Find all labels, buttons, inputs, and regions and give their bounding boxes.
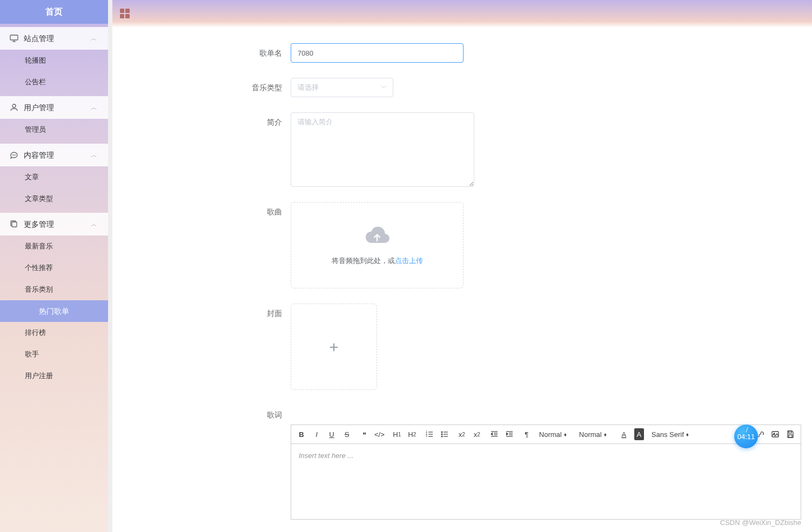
sidebar-item-latest-music[interactable]: 最新音乐 xyxy=(0,235,108,257)
main-content: 歌单名 音乐类型 请选择 ﹀ 简介 歌曲 将音频拖到此处，或点击上传 封面 ＋ … xyxy=(112,27,812,532)
intro-textarea[interactable] xyxy=(291,112,474,187)
sidebar-item-article[interactable]: 文章 xyxy=(0,166,108,188)
music-type-label: 音乐类型 xyxy=(139,78,291,97)
size-picker[interactable]: Normal♦ xyxy=(539,430,572,439)
sidebar-item-recommend[interactable]: 个性推荐 xyxy=(0,257,108,279)
sidebar-item-singer[interactable]: 歌手 xyxy=(0,344,108,365)
sidebar-divider xyxy=(108,0,112,532)
ordered-list-button[interactable]: 123 xyxy=(425,428,434,440)
svg-point-4 xyxy=(12,155,13,156)
h1-button[interactable]: H1 xyxy=(392,428,402,440)
song-label: 歌曲 xyxy=(139,202,291,221)
select-placeholder: 请选择 xyxy=(298,83,319,91)
subscript-button[interactable]: x2 xyxy=(457,428,467,440)
svg-rect-30 xyxy=(789,431,791,433)
chat-icon xyxy=(10,151,18,159)
svg-point-18 xyxy=(441,434,442,435)
upload-text: 将音频拖到此处，或点击上传 xyxy=(332,256,423,266)
intro-label: 简介 xyxy=(139,112,291,132)
direction-button[interactable]: ¶‎ xyxy=(522,428,532,440)
sidebar-home[interactable]: 首页 xyxy=(0,0,108,24)
copy-icon xyxy=(10,220,18,228)
sidebar-group-label: 内容管理 xyxy=(24,144,91,166)
chevron-up-icon: ︿ xyxy=(91,213,97,235)
editor-toolbar: B I U S ❝ </> H1 H2 123 x2 x2 xyxy=(291,425,801,444)
plus-icon: ＋ xyxy=(326,336,341,357)
background-color-button[interactable]: A xyxy=(634,428,644,440)
sidebar-item-announce[interactable]: 公告栏 xyxy=(0,71,108,93)
header-picker[interactable]: Normal♦ xyxy=(579,430,612,439)
svg-rect-0 xyxy=(10,35,18,40)
svg-point-3 xyxy=(12,104,16,107)
sidebar-item-carousel[interactable]: 轮播图 xyxy=(0,50,108,71)
svg-rect-7 xyxy=(12,222,17,227)
underline-button[interactable]: U xyxy=(327,428,337,440)
monitor-icon xyxy=(10,34,18,43)
svg-point-6 xyxy=(15,155,16,156)
image-button[interactable] xyxy=(770,428,780,440)
chevron-up-icon: ︿ xyxy=(91,27,97,50)
upload-click-link[interactable]: 点击上传 xyxy=(395,257,423,265)
svg-point-19 xyxy=(441,436,442,437)
sidebar-group-user[interactable]: 用户管理 ︿ xyxy=(0,96,108,119)
blockquote-button[interactable]: ❝ xyxy=(359,428,369,440)
sidebar-group-content[interactable]: 内容管理 ︿ xyxy=(0,144,108,166)
sidebar-item-rank[interactable]: 排行榜 xyxy=(0,322,108,344)
editor-content[interactable]: Insert text here ... xyxy=(291,444,801,520)
upload-cloud-icon xyxy=(363,225,391,246)
italic-button[interactable]: I xyxy=(312,428,321,440)
playlist-name-label: 歌单名 xyxy=(139,43,291,63)
grid-icon[interactable] xyxy=(120,9,130,18)
sidebar-item-user-register[interactable]: 用户注册 xyxy=(0,365,108,387)
sidebar-item-music-category[interactable]: 音乐类别 xyxy=(0,279,108,300)
sidebar-group-site[interactable]: 站点管理 ︿ xyxy=(0,27,108,50)
sidebar-item-admin[interactable]: 管理员 xyxy=(0,119,108,140)
user-icon xyxy=(10,103,18,112)
sidebar-group-more[interactable]: 更多管理 ︿ xyxy=(0,213,108,235)
sidebar: 首页 站点管理 ︿ 轮播图 公告栏 用户管理 ︿ 管理员 内容管理 ︿ 文章 文… xyxy=(0,0,108,532)
sidebar-item-hot-playlist[interactable]: 热门歌单 xyxy=(0,300,108,322)
lyric-label: 歌词 xyxy=(139,405,291,425)
topbar xyxy=(112,0,812,27)
playlist-name-input[interactable] xyxy=(291,43,464,63)
codeblock-button[interactable]: </> xyxy=(374,428,385,440)
music-type-select[interactable]: 请选择 ﹀ xyxy=(291,78,393,97)
watermark: CSDN @WeiXin_DZbishe xyxy=(720,518,801,527)
superscript-button[interactable]: x2 xyxy=(472,428,482,440)
cover-label: 封面 xyxy=(139,304,291,323)
font-picker[interactable]: Sans Serif♦ xyxy=(652,430,695,439)
svg-rect-31 xyxy=(789,435,792,437)
clock-badge[interactable]: 04:11 xyxy=(734,425,758,448)
rich-editor: B I U S ❝ </> H1 H2 123 x2 x2 xyxy=(291,425,801,520)
chevron-up-icon: ︿ xyxy=(91,96,97,119)
strike-button[interactable]: S xyxy=(342,428,352,440)
sidebar-group-label: 更多管理 xyxy=(24,213,91,235)
cover-upload[interactable]: ＋ xyxy=(291,304,377,390)
save-button[interactable] xyxy=(786,428,795,440)
bullet-list-button[interactable] xyxy=(440,428,449,440)
h2-button[interactable]: H2 xyxy=(407,428,417,440)
sidebar-item-article-type[interactable]: 文章类型 xyxy=(0,188,108,210)
indent-button[interactable] xyxy=(505,428,514,440)
svg-text:3: 3 xyxy=(426,434,427,437)
chevron-down-icon: ﹀ xyxy=(381,78,387,97)
chevron-up-icon: ︿ xyxy=(91,144,97,166)
outdent-button[interactable] xyxy=(489,428,499,440)
svg-point-5 xyxy=(14,155,15,156)
audio-upload-dragger[interactable]: 将音频拖到此处，或点击上传 xyxy=(291,202,464,288)
text-color-button[interactable]: A xyxy=(619,428,629,440)
bold-button[interactable]: B xyxy=(297,428,306,440)
svg-point-17 xyxy=(441,432,442,433)
sidebar-group-label: 用户管理 xyxy=(24,96,91,119)
sidebar-group-label: 站点管理 xyxy=(24,27,91,50)
